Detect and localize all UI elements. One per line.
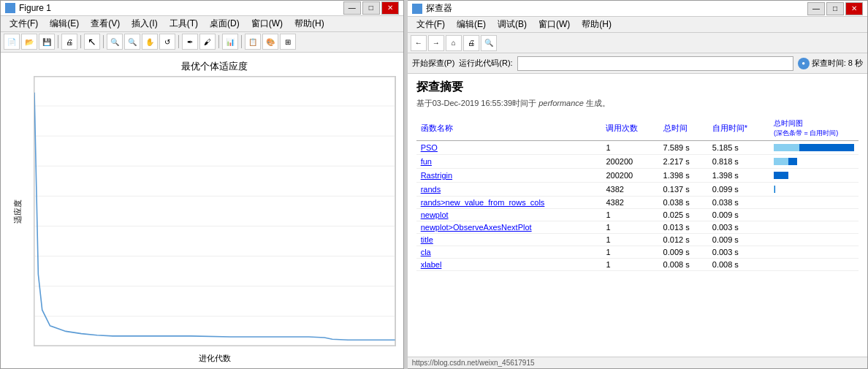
menu-tools[interactable]: 工具(T) (164, 16, 204, 31)
menu-insert[interactable]: 插入(I) (126, 16, 163, 31)
plot-area: 最优个体适应度 适应度 进化代数 90 80 70 60 (1, 53, 403, 368)
self-time-cell: 0.099 s (708, 183, 769, 197)
minimize-button[interactable]: — (343, 1, 361, 15)
tb-brush[interactable]: 🖌 (199, 34, 216, 50)
bar-cell (769, 141, 859, 155)
tb-legend[interactable]: 📋 (245, 34, 261, 50)
table-row: newplot>ObserveAxesNextPlot10.013 s0.003… (416, 221, 859, 234)
col-header-self[interactable]: 自用时间* (708, 116, 769, 141)
tb-sep2 (80, 35, 81, 48)
self-time-cell: 0.008 s (708, 259, 769, 271)
bar-cell (769, 197, 859, 209)
bar-self (774, 172, 788, 179)
tb-zoom-out[interactable]: 🔍 (124, 34, 140, 50)
bar-self (788, 158, 797, 165)
run-code-label: 运行此代码(R): (459, 58, 512, 69)
exp-back-button[interactable]: ← (411, 35, 427, 51)
exp-forward-button[interactable]: → (428, 35, 444, 51)
tb-colorbar[interactable]: 🎨 (262, 34, 278, 50)
tb-rotate[interactable]: ↺ (159, 34, 175, 50)
menu-edit[interactable]: 编辑(E) (44, 16, 85, 31)
bar-wrap (774, 156, 854, 167)
total-time-cell: 0.012 s (659, 234, 708, 246)
func-link[interactable]: newplot (421, 210, 449, 219)
calls-cell: 1 (601, 246, 658, 259)
exp-minimize-button[interactable]: — (807, 2, 825, 15)
tb-datacursor[interactable]: ✒ (182, 34, 198, 50)
self-time-cell: 0.003 s (708, 221, 769, 234)
exp-menu-debug[interactable]: 调试(B) (492, 17, 533, 32)
exp-menu-window[interactable]: 窗口(W) (533, 17, 576, 32)
plot-svg[interactable]: 90 80 70 60 50 40 30 20 10 0 0 100 200 3… (34, 76, 396, 346)
menu-view[interactable]: 查看(V) (85, 16, 126, 31)
tb-pointer[interactable]: ↖ (84, 34, 100, 50)
bar-total (774, 144, 854, 151)
close-button[interactable]: ✕ (381, 1, 399, 15)
bar-self (799, 144, 854, 151)
func-link[interactable]: cla (421, 248, 431, 256)
bar-total (774, 158, 797, 165)
tb-plottools[interactable]: 📊 (222, 34, 238, 50)
y-axis-label: 适应度 (12, 199, 23, 224)
tb-zoom-in[interactable]: 🔍 (107, 34, 123, 50)
plot-container: 适应度 进化代数 90 80 70 60 50 40 (34, 76, 396, 346)
probe-time-badge: ● 探查时间: 8 秒 (798, 58, 863, 69)
func-link[interactable]: newplot>ObserveAxesNextPlot (421, 223, 532, 232)
col-header-calls[interactable]: 调用次数 (601, 116, 658, 141)
bar-total (774, 186, 775, 193)
func-link[interactable]: rands (421, 185, 441, 194)
figure-toolbar: 📄 📂 💾 🖨 ↖ 🔍 🔍 ✋ ↺ ✒ 🖌 📊 📋 🎨 ⊞ (1, 32, 403, 53)
calls-cell: 1 (601, 221, 658, 234)
tb-save[interactable]: 💾 (39, 34, 55, 50)
table-row: rands43820.137 s0.099 s (416, 183, 859, 197)
exp-menu-edit[interactable]: 编辑(E) (451, 17, 492, 32)
self-time-cell: 0.818 s (708, 155, 769, 169)
col-header-func[interactable]: 函数名称 (416, 116, 602, 141)
summary-title: 探查摘要 (416, 80, 859, 95)
explorer-menubar: 文件(F) 编辑(E) 调试(B) 窗口(W) 帮助(H) (408, 17, 867, 33)
exp-menu-help[interactable]: 帮助(H) (576, 17, 617, 32)
calls-cell: 4382 (601, 197, 658, 209)
exp-home-button[interactable]: ⌂ (446, 35, 462, 51)
status-text: https://blog.csdn.net/weixn_45617915 (412, 359, 535, 367)
col-header-graph: 总时间图(深色条带 = 自用时间) (769, 116, 859, 141)
menu-help[interactable]: 帮助(H) (289, 16, 330, 31)
tb-grid[interactable]: ⊞ (280, 34, 296, 50)
svg-rect-0 (34, 77, 395, 346)
menu-window[interactable]: 窗口(W) (245, 16, 289, 31)
bar-self (774, 186, 775, 193)
maximize-button[interactable]: □ (362, 1, 380, 15)
probe-time-icon: ● (798, 58, 810, 69)
figure-panel: Figure 1 — □ ✕ 文件(F) 编辑(E) 查看(V) 插入(I) 工… (0, 0, 404, 369)
plot-title: 最优个体适应度 (34, 60, 396, 73)
func-link[interactable]: fun (421, 157, 432, 166)
total-time-cell: 0.137 s (659, 183, 708, 197)
func-link[interactable]: title (421, 235, 433, 244)
tb-print[interactable]: 🖨 (61, 34, 77, 50)
bar-cell (769, 183, 859, 197)
explorer-titlebar: 探查器 — □ ✕ (408, 1, 867, 17)
probe-input[interactable] (517, 56, 793, 71)
exp-maximize-button[interactable]: □ (826, 2, 844, 15)
func-link[interactable]: rands>new_value_from_rows_cols (421, 198, 545, 207)
tb-pan[interactable]: ✋ (142, 34, 158, 50)
explorer-title: 探查器 (426, 2, 452, 15)
calls-cell: 4382 (601, 183, 658, 197)
func-link[interactable]: PSO (421, 143, 438, 152)
menu-file[interactable]: 文件(F) (4, 16, 44, 31)
exp-search-button[interactable]: 🔍 (481, 35, 497, 51)
exp-print-button[interactable]: 🖨 (463, 35, 479, 51)
calls-cell: 1 (601, 234, 658, 246)
figure-menubar: 文件(F) 编辑(E) 查看(V) 插入(I) 工具(T) 桌面(D) 窗口(W… (1, 16, 403, 32)
exp-close-button[interactable]: ✕ (845, 2, 863, 15)
exp-menu-file[interactable]: 文件(F) (411, 17, 451, 32)
func-link[interactable]: Rastrigin (421, 171, 452, 180)
figure-titlebar-controls: — □ ✕ (343, 1, 399, 15)
func-link[interactable]: xlabel (421, 260, 442, 269)
tb-open[interactable]: 📂 (21, 34, 37, 50)
menu-desktop[interactable]: 桌面(D) (204, 16, 245, 31)
status-bar: https://blog.csdn.net/weixn_45617915 (408, 357, 867, 368)
tb-new[interactable]: 📄 (4, 34, 20, 50)
col-header-total[interactable]: 总时间 (659, 116, 708, 141)
bar-cell (769, 169, 859, 183)
